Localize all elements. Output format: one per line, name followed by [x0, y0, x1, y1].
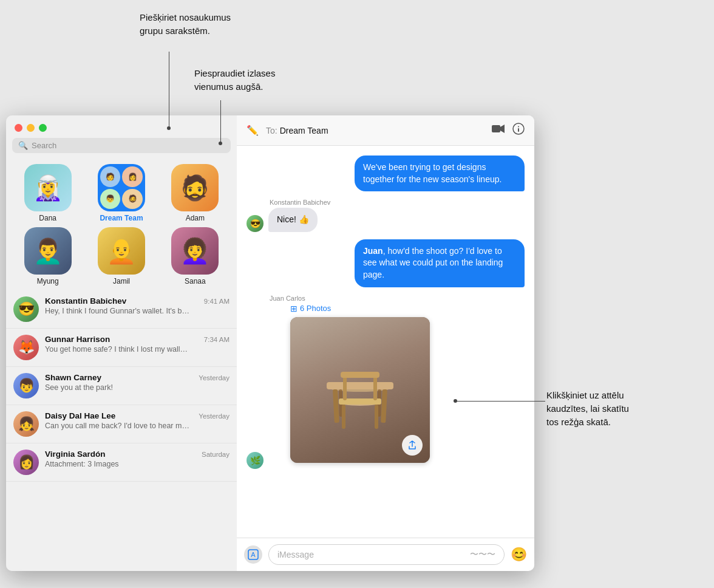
sanaa-label: Sanaa: [185, 277, 206, 285]
conv-header-sc: Shawn Carney Yesterday: [45, 373, 229, 382]
photos-count: 6 Photos: [300, 304, 331, 313]
msg-avatar-jc: 🌿: [246, 452, 264, 469]
conv-time-vs: Saturday: [202, 451, 229, 458]
app-window: 🔍 Search 🧝‍♀️ Dana 🧑 👩 👦 🧔 Dream: [6, 115, 534, 571]
ann-dot-1: [167, 126, 171, 130]
dream-team-avatar: 🧑 👩 👦 🧔: [98, 164, 145, 211]
traffic-lights: [6, 115, 237, 138]
conv-header-dhl: Daisy Dal Hae Lee Yesterday: [45, 411, 229, 420]
chat-header-icons: [492, 123, 525, 138]
conv-item-gh[interactable]: 🦊 Gunnar Harrison 7:34 AM You get home s…: [6, 329, 237, 367]
message-input[interactable]: iMessage 〜〜〜: [268, 544, 505, 565]
msg-incoming-kb: Konstantin Babichev 😎 Nice! 👍: [246, 199, 525, 232]
conv-preview-gh: You get home safe? I think I lost my wal…: [45, 345, 191, 354]
conv-name-gh: Gunnar Harrison: [45, 335, 110, 344]
compose-icon[interactable]: ✏️: [246, 125, 259, 136]
search-input[interactable]: Search: [32, 141, 56, 150]
msg-incoming-jc: Juan Carlos 🌿 ⊞ 6 Photos: [246, 295, 525, 469]
conv-content-sc: Shawn Carney Yesterday See you at the pa…: [45, 373, 229, 392]
conv-name-sc: Shawn Carney: [45, 373, 101, 382]
svg-rect-16: [342, 405, 345, 429]
conv-time-sc: Yesterday: [199, 374, 229, 381]
svg-rect-14: [373, 375, 377, 400]
sender-name-kb: Konstantin Babichev: [246, 199, 330, 206]
pinned-myung[interactable]: 👨‍🦱 Myung: [13, 227, 82, 285]
conv-item-kb[interactable]: 😎 Konstantin Babichev 9:41 AM Hey, I thi…: [6, 290, 237, 329]
audio-wave-icon: 〜〜〜: [470, 549, 495, 560]
svg-marker-1: [500, 125, 505, 133]
emoji-button[interactable]: 😊: [511, 547, 527, 562]
conv-avatar-kb: 😎: [13, 296, 39, 322]
conv-content-kb: Konstantin Babichev 9:41 AM Hey, I think…: [45, 296, 229, 315]
jamil-label: Jamil: [113, 277, 130, 285]
conv-avatar-dhl: 👧: [13, 411, 39, 437]
bubble-outgoing-2: Juan, how'd the shoot go? I'd love to se…: [355, 239, 525, 287]
msg-outgoing-1: We've been trying to get designs togethe…: [246, 156, 525, 191]
conv-item-vs[interactable]: 👩 Virginia Sardón Saturday Attachment: 3…: [6, 443, 237, 482]
app-store-icon[interactable]: A: [244, 545, 262, 564]
myung-avatar: 👨‍🦱: [24, 227, 72, 275]
svg-rect-7: [333, 389, 339, 422]
video-call-icon[interactable]: [492, 124, 505, 137]
conv-item-sc[interactable]: 👦 Shawn Carney Yesterday See you at the …: [6, 367, 237, 405]
conv-header-kb: Konstantin Babichev 9:41 AM: [45, 296, 229, 306]
photo-stack-container: ⊞ 6 Photos: [268, 304, 436, 469]
maximize-button[interactable]: [39, 124, 47, 132]
conv-avatar-sc: 👦: [13, 373, 39, 398]
sender-name-jc: Juan Carlos: [246, 295, 305, 302]
info-icon[interactable]: [512, 123, 525, 138]
share-button[interactable]: [402, 435, 423, 456]
conv-avatar-gh: 🦊: [13, 335, 39, 360]
conv-item-dhl[interactable]: 👧 Daisy Dal Hae Lee Yesterday Can you ca…: [6, 405, 237, 443]
conv-preview-dhl: Can you call me back? I'd love to hear m…: [45, 422, 191, 430]
photos-grid-icon: ⊞: [290, 304, 298, 313]
sidebar: 🔍 Search 🧝‍♀️ Dana 🧑 👩 👦 🧔 Dream: [6, 115, 237, 571]
search-icon: 🔍: [18, 141, 28, 150]
conv-content-dhl: Daisy Dal Hae Lee Yesterday Can you call…: [45, 411, 229, 430]
annotation-group-names: Piešķiriet nosaukumusgrupu sarakstēm.: [140, 11, 231, 38]
bubble-outgoing-1: We've been trying to get designs togethe…: [355, 156, 525, 191]
dana-avatar: 🧝‍♀️: [24, 164, 72, 211]
photos-badge[interactable]: ⊞ 6 Photos: [290, 304, 436, 313]
to-label: To:: [266, 126, 277, 135]
conv-time-gh: 7:34 AM: [204, 336, 229, 343]
ann-line-3: [455, 401, 545, 402]
input-row: A iMessage 〜〜〜 😊: [237, 538, 534, 571]
input-placeholder: iMessage: [277, 550, 314, 559]
svg-rect-4: [518, 128, 519, 132]
svg-rect-15: [341, 372, 379, 378]
conv-header-gh: Gunnar Harrison 7:34 AM: [45, 335, 229, 344]
pinned-jamil[interactable]: 🧑‍🦲 Jamil: [87, 227, 155, 285]
dream-team-label: Dream Team: [100, 214, 143, 222]
bold-name-juan: Juan: [363, 246, 383, 256]
conv-preview-kb: Hey, I think I found Gunnar's wallet. It…: [45, 307, 191, 315]
svg-rect-6: [327, 382, 393, 389]
ann-dot-2: [219, 142, 222, 145]
annotation-photo-stack: Klikšķiniet uz attēlukaudzītes, lai skat…: [546, 389, 629, 428]
pinned-adam[interactable]: 🧔 Adam: [161, 164, 229, 222]
pinned-sanaa[interactable]: 👩‍🦱 Sanaa: [161, 227, 229, 285]
conv-content-gh: Gunnar Harrison 7:34 AM You get home saf…: [45, 335, 229, 354]
conv-header-vs: Virginia Sardón Saturday: [45, 450, 229, 459]
svg-rect-13: [343, 375, 347, 400]
adam-avatar: 🧔: [171, 164, 219, 211]
msg-outgoing-2-rest: , how'd the shoot go? I'd love to see wh…: [363, 246, 503, 279]
conv-preview-vs: Attachment: 3 Images: [45, 460, 191, 468]
photo-stack[interactable]: [290, 317, 436, 469]
svg-point-3: [518, 126, 519, 128]
ann-line-2: [220, 100, 221, 143]
conversation-list: 😎 Konstantin Babichev 9:41 AM Hey, I thi…: [6, 290, 237, 571]
pinned-contacts-grid: 🧝‍♀️ Dana 🧑 👩 👦 🧔 Dream Team 🧔: [6, 159, 237, 290]
myung-label: Myung: [37, 277, 59, 285]
pinned-dana[interactable]: 🧝‍♀️ Dana: [13, 164, 82, 222]
dana-label: Dana: [39, 214, 56, 222]
sanaa-avatar: 👩‍🦱: [171, 227, 219, 275]
minimize-button[interactable]: [27, 124, 35, 132]
pinned-dream-team[interactable]: 🧑 👩 👦 🧔 Dream Team: [87, 164, 155, 222]
close-button[interactable]: [15, 124, 22, 132]
msg-outgoing-2: Juan, how'd the shoot go? I'd love to se…: [246, 239, 525, 287]
search-bar[interactable]: 🔍 Search: [12, 138, 231, 153]
conv-content-vs: Virginia Sardón Saturday Attachment: 3 I…: [45, 450, 229, 468]
conv-time-dhl: Yesterday: [199, 412, 229, 420]
ann-dot-3: [454, 399, 457, 403]
